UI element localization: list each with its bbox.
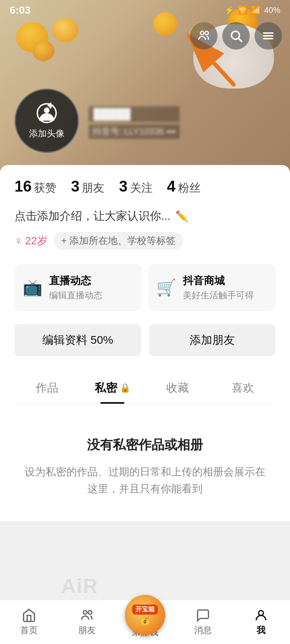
stat-following[interactable]: 3 关注 bbox=[119, 178, 152, 196]
svg-point-3 bbox=[205, 31, 208, 35]
status-icons: ⚡ 🛜 📶 40% bbox=[224, 5, 280, 15]
svg-point-11 bbox=[83, 611, 87, 614]
stat-label-friends: 朋友 bbox=[82, 180, 104, 196]
stat-label-followers: 粉丝 bbox=[178, 180, 201, 196]
nav-messages-label: 消息 bbox=[194, 624, 212, 636]
live-icon: 📺 bbox=[23, 278, 43, 297]
bottom-nav: 首页 朋友 开宝箱 💰 来赚钱 消息 我 bbox=[0, 600, 290, 644]
shop-title: 抖音商城 bbox=[183, 274, 254, 288]
stat-num-likes: 16 bbox=[14, 178, 31, 195]
stat-label-following: 关注 bbox=[130, 180, 153, 196]
air-watermark: AiR bbox=[61, 574, 98, 598]
add-avatar-label: 添加头像 bbox=[29, 128, 64, 140]
tab-collections-label: 收藏 bbox=[166, 380, 189, 396]
stat-likes[interactable]: 16 获赞 bbox=[14, 178, 56, 196]
shop-info: 抖音商城 美好生活触手可得 bbox=[183, 274, 254, 301]
signal-icon: 📶 bbox=[251, 5, 261, 15]
feature-card-live[interactable]: 📺 直播动态 编辑直播动态 bbox=[14, 264, 142, 311]
avatar-button[interactable]: 添加头像 bbox=[14, 89, 79, 153]
svg-point-2 bbox=[201, 31, 204, 35]
tags-row: ♀ 22岁 + 添加所在地、学校等标签 bbox=[14, 232, 276, 250]
fruit-decoration bbox=[32, 40, 54, 61]
nav-friends-label: 朋友 bbox=[78, 624, 96, 636]
stat-num-following: 3 bbox=[119, 178, 127, 195]
nav-home-label: 首页 bbox=[20, 624, 38, 636]
add-friend-button[interactable]: 添加朋友 bbox=[149, 324, 276, 356]
earn-badge-inner: 开宝箱 💰 bbox=[125, 595, 165, 635]
bottom-spacer bbox=[0, 521, 290, 574]
empty-title: 没有私密作品或相册 bbox=[87, 436, 203, 454]
svg-point-9 bbox=[44, 107, 50, 113]
cover-area: 添加头像 █████ 抖音号: LLY10336 ▪▪▪ bbox=[0, 0, 290, 173]
header-actions bbox=[190, 22, 282, 50]
feature-cards: 📺 直播动态 编辑直播动态 🛒 抖音商城 美好生活触手可得 bbox=[14, 264, 276, 311]
live-title: 直播动态 bbox=[49, 274, 102, 288]
earn-bag-icon: 💰 bbox=[140, 615, 150, 625]
svg-line-5 bbox=[238, 38, 242, 41]
tab-works-label: 作品 bbox=[36, 380, 58, 396]
add-tag-button[interactable]: + 添加所在地、学校等标签 bbox=[54, 232, 183, 250]
stat-num-friends: 3 bbox=[71, 178, 79, 195]
bio-text: 点击添加介绍，让大家认识你... bbox=[14, 208, 170, 224]
empty-state: 没有私密作品或相册 设为私密的作品、过期的日常和上传的相册会展示在这里，并且只有… bbox=[0, 404, 290, 521]
nav-center-earn[interactable]: 开宝箱 💰 来赚钱 bbox=[116, 606, 174, 638]
feature-card-shop[interactable]: 🛒 抖音商城 美好生活触手可得 bbox=[148, 264, 276, 311]
stats-row: 16 获赞 3 朋友 3 关注 4 粉丝 bbox=[14, 178, 276, 196]
search-button[interactable] bbox=[222, 22, 250, 50]
svg-point-13 bbox=[259, 611, 263, 615]
bio-row[interactable]: 点击添加介绍，让大家认识你... ✏️ bbox=[14, 208, 276, 224]
nav-profile-label: 我 bbox=[257, 624, 265, 636]
battery-icon: 40% bbox=[264, 6, 280, 15]
empty-desc: 设为私密的作品、过期的日常和上传的相册会展示在这里，并且只有你能看到 bbox=[24, 464, 266, 497]
tab-likes[interactable]: 喜欢 bbox=[210, 371, 276, 404]
nav-home[interactable]: 首页 bbox=[0, 608, 58, 636]
live-sub: 编辑直播动态 bbox=[49, 289, 102, 301]
profile-section: 16 获赞 3 朋友 3 关注 4 粉丝 点击添加介绍，让大家认识你... ✏️… bbox=[0, 165, 290, 404]
status-time: 6:03 bbox=[10, 4, 31, 17]
stat-followers[interactable]: 4 粉丝 bbox=[167, 178, 201, 196]
stat-num-followers: 4 bbox=[167, 178, 176, 195]
lock-icon: 🔒 bbox=[120, 383, 130, 393]
svg-point-12 bbox=[88, 611, 92, 614]
tabs-row: 作品 私密 🔒 收藏 喜欢 bbox=[14, 371, 276, 404]
bluetooth-icon: ⚡ bbox=[224, 5, 234, 15]
edit-bio-icon[interactable]: ✏️ bbox=[175, 210, 188, 223]
username-id-blurred: 抖音号: LLY10336 ▪▪▪ bbox=[89, 124, 180, 139]
friends-button[interactable] bbox=[190, 22, 218, 50]
fruit-decoration bbox=[52, 18, 79, 42]
earn-badge-top: 开宝箱 bbox=[132, 605, 158, 615]
earn-badge: 开宝箱 💰 bbox=[125, 595, 165, 635]
live-info: 直播动态 编辑直播动态 bbox=[49, 274, 102, 301]
username-blurred: █████ bbox=[89, 106, 180, 122]
username-cover: █████ 抖音号: LLY10336 ▪▪▪ bbox=[89, 106, 180, 139]
nav-profile[interactable]: 我 bbox=[232, 608, 290, 636]
avatar-area: 添加头像 bbox=[14, 89, 79, 153]
tab-likes-label: 喜欢 bbox=[232, 380, 254, 396]
tab-works[interactable]: 作品 bbox=[14, 371, 80, 404]
gender-tag: ♀ 22岁 bbox=[14, 234, 48, 248]
stat-label-likes: 获赞 bbox=[34, 180, 56, 196]
tab-private[interactable]: 私密 🔒 bbox=[80, 371, 145, 404]
shop-icon: 🛒 bbox=[156, 278, 176, 297]
nav-friends[interactable]: 朋友 bbox=[58, 608, 116, 636]
wifi-icon: 🛜 bbox=[238, 5, 248, 15]
edit-profile-button[interactable]: 编辑资料 50% bbox=[14, 324, 141, 356]
menu-button[interactable] bbox=[255, 22, 282, 50]
shop-sub: 美好生活触手可得 bbox=[183, 289, 254, 301]
tab-private-label: 私密 bbox=[95, 380, 117, 396]
status-bar: 6:03 ⚡ 🛜 📶 40% bbox=[0, 0, 290, 20]
tab-collections[interactable]: 收藏 bbox=[145, 371, 210, 404]
nav-messages[interactable]: 消息 bbox=[174, 608, 232, 636]
action-buttons: 编辑资料 50% 添加朋友 bbox=[14, 324, 276, 356]
stat-friends[interactable]: 3 朋友 bbox=[71, 178, 104, 196]
